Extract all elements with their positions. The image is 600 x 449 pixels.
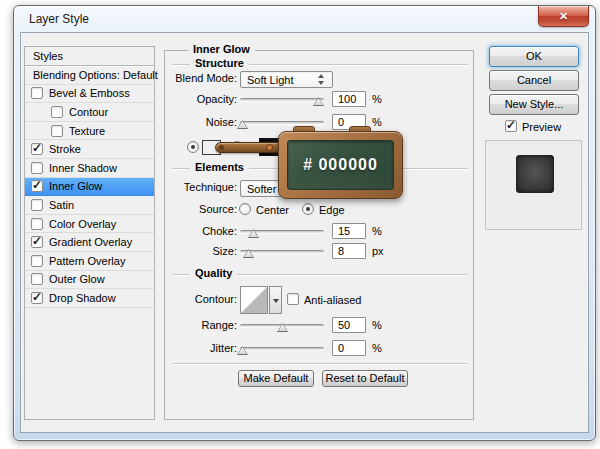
stick-right-dot xyxy=(266,144,273,151)
layer-style-dialog: Layer Style ✕ Styles Blending Options: D… xyxy=(13,5,596,441)
hex-value-text: # 000000 xyxy=(303,156,378,174)
noise-label: Noise: xyxy=(117,116,237,128)
checkbox-checked-icon[interactable] xyxy=(31,180,43,192)
opacity-slider-track[interactable] xyxy=(240,98,324,102)
close-icon: ✕ xyxy=(559,10,568,22)
preview-label: Preview xyxy=(522,121,561,133)
checkbox-checked-icon[interactable] xyxy=(31,236,43,248)
structure-divider: Structure xyxy=(172,64,468,65)
jitter-label: Jitter: xyxy=(117,342,237,354)
source-label: Source: xyxy=(117,203,237,215)
contour-dropdown-arrow-icon[interactable] xyxy=(269,286,282,314)
make-default-button[interactable]: Make Default xyxy=(238,370,314,387)
quality-divider: Quality xyxy=(172,274,468,275)
updown-arrows-icon xyxy=(317,74,326,85)
range-label: Range: xyxy=(117,319,237,331)
source-center-label: Center xyxy=(256,204,289,216)
opacity-label: Opacity: xyxy=(117,93,237,105)
pointer-stick-decoration xyxy=(215,142,285,153)
choke-unit: % xyxy=(372,225,382,237)
preview-thumbnail xyxy=(516,155,554,193)
sidebar-item-stroke[interactable]: Stroke xyxy=(25,140,154,159)
checkbox-icon[interactable] xyxy=(51,106,63,118)
checkbox-icon[interactable] xyxy=(31,255,43,267)
source-center-radio[interactable] xyxy=(239,203,251,215)
checkbox-icon[interactable] xyxy=(31,162,43,174)
sidebar-item-outer-glow[interactable]: Outer Glow xyxy=(25,271,154,290)
checkbox-icon[interactable] xyxy=(31,218,43,230)
checkbox-checked-icon[interactable] xyxy=(31,292,43,304)
chalkboard: # 000000 xyxy=(287,140,394,190)
range-input[interactable] xyxy=(332,317,366,333)
opacity-unit: % xyxy=(372,93,382,105)
glow-color-radio[interactable] xyxy=(187,141,199,153)
antialiased-label: Anti-aliased xyxy=(304,294,361,306)
ok-button[interactable]: OK xyxy=(489,46,579,67)
screenshot-root: Layer Style ✕ Styles Blending Options: D… xyxy=(0,0,600,449)
checkbox-checked-icon[interactable] xyxy=(31,143,43,155)
range-unit: % xyxy=(372,319,382,331)
checkbox-icon[interactable] xyxy=(51,125,63,137)
structure-heading: Structure xyxy=(190,57,249,69)
preview-panel xyxy=(485,140,582,230)
choke-label: Choke: xyxy=(117,225,237,237)
blend-mode-label: Blend Mode: xyxy=(117,72,237,84)
color-hex-callout: # 000000 xyxy=(278,131,403,199)
source-edge-label: Edge xyxy=(319,204,345,216)
close-button[interactable]: ✕ xyxy=(538,6,589,27)
noise-slider-track[interactable] xyxy=(240,121,324,125)
cancel-button[interactable]: Cancel xyxy=(489,70,579,91)
blend-mode-select[interactable]: Soft Light xyxy=(240,71,333,88)
technique-label: Technique: xyxy=(117,181,237,193)
checkbox-icon[interactable] xyxy=(31,273,43,285)
size-unit: px xyxy=(372,245,384,257)
quality-heading: Quality xyxy=(190,267,237,279)
sidebar-header-styles: Styles xyxy=(25,47,154,66)
elements-heading: Elements xyxy=(190,161,249,173)
sidebar-item-inner-shadow[interactable]: Inner Shadow xyxy=(25,159,154,178)
preview-checkbox[interactable] xyxy=(505,120,517,132)
footer-divider xyxy=(172,363,468,364)
window-title: Layer Style xyxy=(29,12,89,26)
jitter-slider-track[interactable] xyxy=(240,347,324,351)
contour-thumbnail[interactable] xyxy=(240,286,268,314)
checkbox-icon[interactable] xyxy=(31,199,43,211)
size-input[interactable] xyxy=(332,243,366,259)
size-slider-track[interactable] xyxy=(240,250,324,254)
reset-to-default-button[interactable]: Reset to Default xyxy=(322,370,408,387)
jitter-unit: % xyxy=(372,342,382,354)
new-style-button[interactable]: New Style... xyxy=(489,94,579,115)
jitter-input[interactable] xyxy=(332,340,366,356)
source-edge-radio[interactable] xyxy=(302,203,314,215)
opacity-input[interactable] xyxy=(332,91,366,107)
checkbox-icon[interactable] xyxy=(31,87,43,99)
size-label: Size: xyxy=(117,245,237,257)
panel-title: Inner Glow xyxy=(188,43,255,55)
dialog-client-area: Styles Blending Options: Default Bevel &… xyxy=(20,32,589,433)
contour-label: Contour: xyxy=(117,293,237,305)
antialiased-checkbox[interactable] xyxy=(287,293,299,305)
noise-unit: % xyxy=(372,116,382,128)
stick-left-dot xyxy=(219,145,224,150)
choke-input[interactable] xyxy=(332,223,366,239)
